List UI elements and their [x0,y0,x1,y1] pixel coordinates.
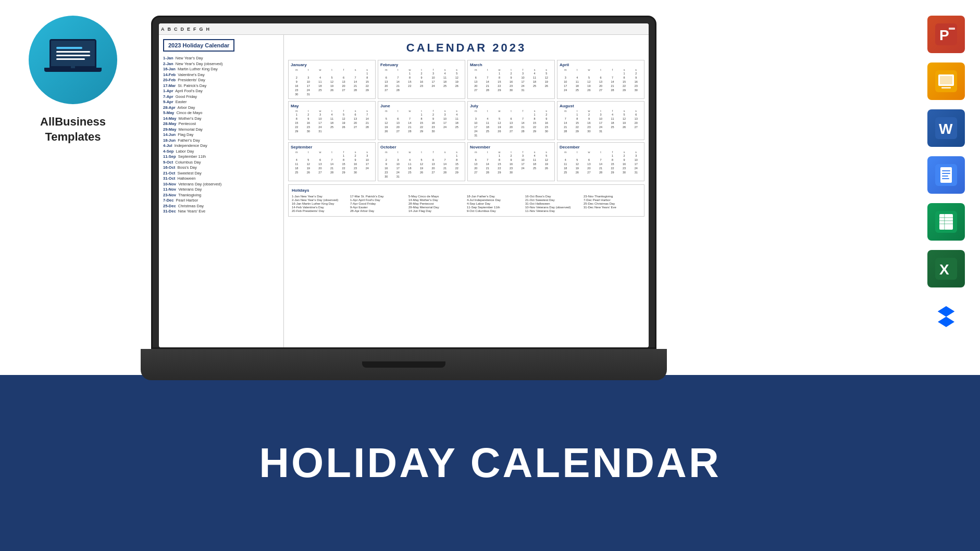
holidays-bottom-item: 28-Apr Arbor Day [350,209,407,212]
holidays-bottom-item: 20-Feb Presidents' Day [292,209,349,212]
svg-marker-24 [938,306,954,317]
svg-rect-14 [942,178,949,179]
word-icon[interactable]: W [927,109,965,147]
holidays-column-0: 1-Jan New Year's Day2-Jan New Year's Day… [292,195,349,213]
holidays-column-4: 16-Oct Boss's Day21-Oct Sweetest Day31-O… [525,195,582,213]
holidays-bottom-item: 16-Jan Martin Luther King Day [292,202,349,205]
svg-text:W: W [939,121,953,137]
holidays-bottom-item: 4-Sep Labor Day [467,202,524,205]
holidays-column-3: 18-Jun Father's Day4-Jul Independence Da… [467,195,524,213]
svg-rect-18 [939,220,953,221]
calendar-month-august: Augustmtwtfss123456789101112131415161718… [557,101,644,140]
svg-rect-2 [949,28,955,30]
laptop-screen-icon [49,39,96,68]
holiday-list-item: 31-Oct Halloween [163,176,279,181]
holidays-bottom-item: 9-Oct Columbus Day [467,209,524,212]
holidays-bottom-item: 14-Feb Valentine's Day [292,206,349,209]
holidays-bottom-item: 4-Jul Independence Day [467,198,524,202]
holidays-bottom-item: 23-Nov Thanksgiving [584,195,641,198]
holidays-column-1: 17-Mar St. Patrick's Day1-Apr April Fool… [350,195,407,213]
holidays-bottom-item: 11-Nov Veterans Day [525,209,582,212]
google-docs-icon[interactable] [927,156,965,194]
logo-circle [29,16,117,104]
holiday-list-item: 21-Oct Sweetest Day [163,171,279,176]
holiday-list-item: 7-Dec Pearl Harbor [163,198,279,203]
holidays-bottom-item: 18-Jun Father's Day [467,195,524,198]
dropbox-icon[interactable] [927,297,965,334]
svg-rect-12 [942,173,950,174]
holidays-bottom-item: 16-Oct Boss's Day [525,195,582,198]
holiday-list-item: 31-Dec New Years' Eve [163,209,279,214]
brand-name: AllBusiness Templates [40,115,106,144]
calendar-month-may: Maymtwtfss123456789101112131415161718192… [288,101,376,140]
calendar-month-october: Octobermtwtfss12345678910111213141516171… [378,142,465,181]
holidays-column-2: 5-May Cinco de Mayo14-May Mother's Day28… [408,195,466,213]
holidays-section: Holidays 1-Jan New Year's Day2-Jan New Y… [288,184,644,217]
powerpoint-icon[interactable]: P [927,16,965,53]
holiday-list-title: 2023 Holiday Calendar [163,39,234,52]
holidays-bottom-item: 11-Sep September 11th [467,206,524,209]
calendar-month-january: Januarymtwtfss12345678910111213141516171… [288,60,376,99]
svg-text:X: X [939,261,949,278]
holiday-list-item: 28-May Pentecost [163,121,279,126]
holidays-bottom-item: 10-Nov Veterans Day (observed) [525,206,582,209]
svg-rect-20 [944,214,945,230]
holiday-list-item: 16-Jan Martin Luther King Day [163,67,279,71]
svg-rect-19 [939,223,953,224]
laptop-mockup: A B C D E F G H 2023 Holiday Calendar 1-… [141,5,667,380]
footer-title: HOLIDAY CALENDAR [259,439,721,487]
calendar-month-december: Decembermtwtfss1234567891011121314151617… [557,142,644,181]
holiday-list-item: 9-Apr Easter [163,99,279,104]
holidays-bottom-item: 2-Jan New Year's Day (observed) [292,198,349,202]
holiday-list-item: 9-Oct Columbus Day [163,160,279,165]
holidays-bottom-item: 21-Oct Sweetest Day [525,198,582,202]
holiday-list-item: 11-Nov Veterans Day [163,187,279,192]
excel-icon[interactable]: X [927,250,965,287]
laptop-screen-content: A B C D E F G H 2023 Holiday Calendar 1-… [159,23,649,347]
calendar-month-february: Februarymtwtfss1234567891011121314151617… [378,60,465,99]
svg-text:P: P [939,27,949,43]
svg-rect-16 [939,214,953,230]
calendar-month-march: Marchmtwtfss1234567891011121314151617181… [467,60,555,99]
holiday-list-item: 2-Jan New Year's Day (observed) [163,61,279,66]
calendar-main: CALENDAR 2023 Januarymtwtfss123456789101… [284,35,649,347]
calendar-month-july: Julymtwtfss12345678910111213141516171819… [467,101,555,140]
holiday-list-item: 4-Jul Independence Day [163,143,279,148]
holidays-bottom-item: 17-Mar St. Patrick's Day [350,195,407,198]
holidays-bottom-item: 31-Oct Halloween [525,202,582,205]
holidays-bottom-item: 1-Apr April Fool's Day [350,198,407,202]
google-sheets-icon[interactable] [927,203,965,241]
calendar-month-november: Novembermtwtfss1234567891011121314151617… [467,142,555,181]
svg-rect-13 [942,176,948,177]
calendar-month-september: Septembermtwtfss123456789101112131415161… [288,142,376,181]
holidays-column-5: 23-Nov Thanksgiving7-Dec Pearl Harbor25-… [584,195,641,213]
bottom-background: HOLIDAY CALENDAR [0,375,980,551]
holiday-list-item: 17-Mar St. Patrick's Day [163,83,279,88]
holiday-list-item: 29-May Memorial Day [163,127,279,132]
holiday-list-item: 20-Feb Presidents' Day [163,78,279,82]
google-slides-icon[interactable] [927,62,965,100]
holiday-list-item: 25-Dec Christmas Day [163,204,279,208]
holiday-list-item: 14-Feb Valentine's Day [163,72,279,77]
holiday-list-item: 14-May Mother's Day [163,116,279,121]
holidays-bottom-item: 14-May Mother's Day [408,198,466,202]
holidays-bottom-item: 7-Dec Pearl Harbor [584,198,641,202]
holiday-list-item: 10-Nov Veterans Day (observed) [163,182,279,186]
holidays-bottom-item: 5-May Cinco de Mayo [408,195,466,198]
holidays-bottom-item: 25-Dec Christmas Day [584,202,641,205]
holiday-list-item: 5-May Cinco de Mayo [163,110,279,115]
holiday-list-item: 18-Jun Father's Day [163,138,279,143]
holidays-bottom-item: 9-Apr Easter [350,206,407,209]
holiday-list-item: 1-Apr April Fool's Day [163,89,279,93]
holiday-list-item: 16-Oct Boss's Day [163,165,279,170]
holidays-bottom-item: 7-Apr Good Friday [350,202,407,205]
holidays-bottom-item: 1-Jan New Year's Day [292,195,349,198]
laptop-frame: A B C D E F G H 2023 Holiday Calendar 1-… [151,16,656,349]
brand-panel: AllBusiness Templates [0,0,146,375]
app-icons-panel: P W [923,16,970,334]
holiday-list-item: 7-Apr Good Friday [163,94,279,99]
laptop-logo-icon [44,39,102,81]
holiday-list-item: 4-Sep Labor Day [163,149,279,154]
laptop-base-bar [141,349,667,380]
holiday-list-panel: 2023 Holiday Calendar 1-Jan New Year's D… [159,35,284,347]
